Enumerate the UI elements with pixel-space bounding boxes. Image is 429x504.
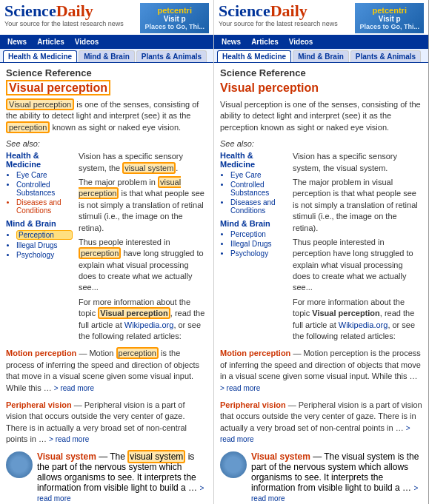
right-ad-brand: petcentri	[359, 6, 419, 15]
right-nav-bar: News Articles Videos	[214, 35, 428, 49]
right-tab-bar: Health & Medicine Mind & Brain Plants & …	[214, 49, 428, 63]
left-article-body: Visual perception is one of the senses, …	[6, 99, 207, 133]
left-see-also: See also:	[6, 139, 207, 148]
left-logo-area: ScienceDaily Your source for the latest …	[4, 3, 124, 27]
left-health-item-eyecare[interactable]: Eye Care	[16, 171, 73, 179]
right-nav-articles[interactable]: Articles	[247, 36, 283, 47]
right-related-motion: Motion perception — Motion perception is…	[220, 348, 422, 394]
left-mind-item-drugs[interactable]: Illegal Drugs	[16, 241, 73, 249]
right-health-item-eyecare[interactable]: Eye Care	[230, 171, 287, 179]
right-visual-system-text: Visual system — The visual system is the…	[251, 451, 422, 503]
right-tab-health[interactable]: Health & Medicine	[217, 50, 291, 62]
left-health-title: Health & Medicine	[6, 151, 73, 169]
right-related-visual-system: Visual system — The visual system is the…	[220, 451, 422, 503]
right-tab-plants[interactable]: Plants & Animals	[350, 50, 421, 62]
left-tab-health[interactable]: Health & Medicine	[3, 50, 77, 62]
left-side-section: Health & Medicine Eye Care Controlled Su…	[6, 151, 207, 342]
right-peripheral-readmore[interactable]: > read more	[220, 424, 410, 443]
right-mind-list: Perception Illegal Drugs Psychology	[220, 230, 287, 258]
left-main-text: Vision has a specific sensory system, th…	[79, 151, 207, 342]
left-nav-videos[interactable]: Videos	[70, 36, 104, 47]
right-health-list: Eye Care Controlled Substances Diseases …	[220, 171, 287, 215]
left-body-text2: known as sight or naked eye vision.	[52, 123, 181, 132]
left-ad-brand: petcentri	[144, 6, 204, 15]
left-wikipedia-link[interactable]: Wikipedia.org	[124, 320, 174, 329]
right-health-item-controlled[interactable]: Controlled Substances	[230, 181, 287, 197]
left-related-peripheral: Peripheral vision — Peripheral vision is…	[6, 400, 207, 446]
left-health-list: Eye Care Controlled Substances Diseases …	[6, 171, 73, 215]
left-visual-perception-link[interactable]: Visual perception	[98, 307, 170, 319]
left-perception-highlight-p2: perception	[79, 247, 121, 259]
left-visual-readmore[interactable]: > read more	[37, 484, 204, 503]
left-ad-banner[interactable]: petcentri Visit p Places to Go, Thi...	[140, 3, 209, 33]
right-health-title: Health & Medicine	[220, 151, 287, 169]
left-mind-title: Mind & Brain	[6, 219, 73, 228]
right-related-peripheral-title: Peripheral vision	[220, 400, 286, 409]
right-vp-bold: Visual perception	[312, 309, 380, 317]
left-visual-system-title: Visual system	[37, 451, 96, 462]
right-see-also: See also:	[220, 139, 422, 148]
right-visual-readmore[interactable]: > read more	[251, 484, 418, 503]
right-ad-banner[interactable]: petcentri Visit p Places to Go, Thi...	[355, 3, 424, 33]
right-mind-item-perception[interactable]: Perception	[230, 230, 287, 238]
left-panel: ScienceDaily Your source for the latest …	[0, 0, 214, 504]
right-tab-mind[interactable]: Mind & Brain	[293, 50, 349, 62]
right-tagline: Your source for the latest research news	[219, 20, 338, 27]
right-motion-readmore[interactable]: > read more	[220, 384, 260, 392]
left-visual-thumb	[6, 451, 33, 478]
left-content: Science Reference Visual perception Visu…	[0, 63, 213, 504]
right-article-title: Visual perception	[220, 81, 422, 95]
left-related-motion-title: Motion perception	[6, 349, 76, 357]
left-article-title-highlight: Visual perception	[6, 80, 110, 95]
left-mind-item-perception[interactable]: Perception	[16, 230, 73, 240]
left-ad-line2: Places to Go, Thi...	[144, 23, 204, 30]
left-related-visual-system: Visual system — The visual system is the…	[6, 451, 207, 503]
left-health-links: Health & Medicine Eye Care Controlled Su…	[6, 151, 73, 342]
right-content: Science Reference Visual perception Visu…	[214, 63, 428, 504]
right-ad-line1: Visit p	[359, 15, 419, 23]
left-nav-articles[interactable]: Articles	[33, 36, 69, 47]
left-related-articles: Motion perception — Motion perception is…	[6, 348, 207, 504]
left-tab-plants[interactable]: Plants & Animals	[136, 50, 207, 62]
right-nav-news[interactable]: News	[217, 36, 245, 47]
left-tab-mind[interactable]: Mind & Brain	[79, 50, 135, 62]
right-article-body: Visual perception is one of the senses, …	[220, 99, 422, 133]
left-nav-news[interactable]: News	[3, 36, 31, 47]
left-tab-bar: Health & Medicine Mind & Brain Plants & …	[0, 49, 213, 63]
right-related-peripheral: Peripheral vision — Peripheral vision is…	[220, 400, 422, 446]
right-header: ScienceDaily Your source for the latest …	[214, 0, 428, 35]
right-mind-title: Mind & Brain	[220, 219, 287, 228]
left-health-item-diseases[interactable]: Diseases and Conditions	[16, 198, 73, 215]
left-tagline: Your source for the latest research news	[4, 20, 124, 27]
right-mind-item-drugs[interactable]: Illegal Drugs	[230, 240, 287, 248]
right-nav-videos[interactable]: Videos	[285, 36, 318, 47]
left-health-item-controlled[interactable]: Controlled Substances	[16, 181, 73, 197]
right-mind-item-psychology[interactable]: Psychology	[230, 249, 287, 258]
left-logo: ScienceDaily	[4, 3, 124, 19]
right-health-item-diseases[interactable]: Diseases and Conditions	[230, 198, 287, 215]
right-related-motion-title: Motion perception	[220, 349, 290, 357]
right-side-section: Health & Medicine Eye Care Controlled Su…	[220, 151, 422, 342]
right-health-links: Health & Medicine Eye Care Controlled Su…	[220, 151, 287, 342]
left-motion-readmore[interactable]: > read more	[54, 384, 94, 392]
left-section-title: Science Reference	[6, 67, 207, 78]
left-article-title: Visual perception	[6, 81, 207, 95]
left-header: ScienceDaily Your source for the latest …	[0, 0, 213, 35]
right-related-articles: Motion perception — Motion perception is…	[220, 348, 422, 504]
left-motion-perception-hl: perception	[116, 347, 159, 359]
left-visual-system-hl: visual system	[127, 450, 185, 463]
left-mind-item-psychology[interactable]: Psychology	[16, 251, 73, 259]
left-related-motion: Motion perception — Motion perception is…	[6, 348, 207, 394]
left-body-highlight1: Visual perception	[6, 98, 74, 110]
right-visual-thumb	[220, 451, 247, 478]
left-related-peripheral-title: Peripheral vision	[6, 400, 72, 409]
right-logo-area: ScienceDaily Your source for the latest …	[219, 3, 338, 27]
left-visual-system-highlight: visual system	[122, 162, 176, 174]
right-panel: ScienceDaily Your source for the latest …	[214, 0, 428, 504]
left-nav-bar: News Articles Videos	[0, 35, 213, 49]
left-visual-system-text: Visual system — The visual system is the…	[37, 451, 207, 503]
left-mind-list: Perception Illegal Drugs Psychology	[6, 230, 73, 259]
right-wikipedia-link[interactable]: Wikipedia.org	[339, 320, 388, 329]
right-ad-line2: Places to Go, Thi...	[359, 23, 419, 30]
left-peripheral-readmore[interactable]: > read more	[49, 435, 89, 443]
